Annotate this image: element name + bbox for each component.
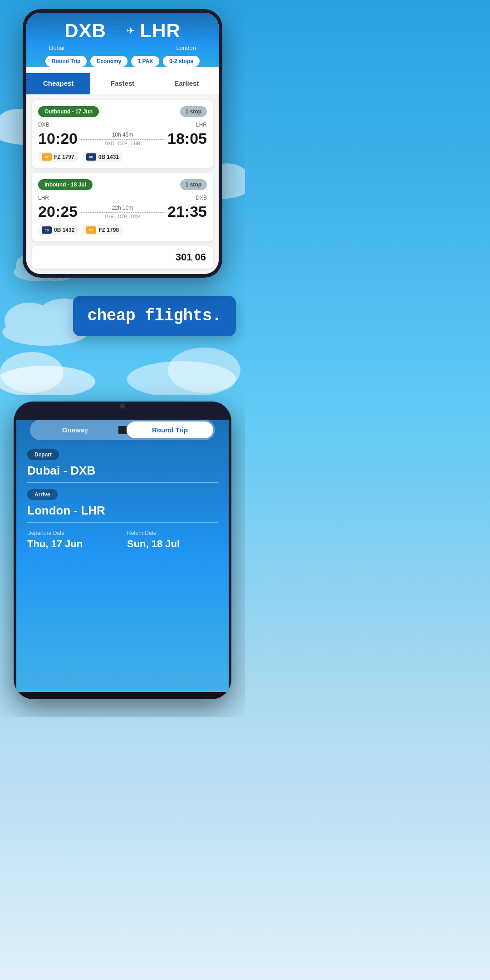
- phone-bottom-bar: [14, 692, 231, 699]
- depart-value: Dubai - DXB: [27, 464, 218, 483]
- oneway-option[interactable]: Oneway: [32, 421, 118, 438]
- inbound-airline-2: FZ FZ 1798: [83, 225, 122, 235]
- search-filters: Round Trip Economy 1 PAX 0-2 stops: [35, 56, 210, 67]
- phone-2: Oneway Round Trip Depart Dubai - DXB: [14, 402, 231, 699]
- tab-earliest[interactable]: Earliest: [155, 73, 219, 94]
- flight-path-line: [81, 139, 164, 140]
- promo-section: cheap flights.: [0, 278, 245, 354]
- outbound-depart-time: 10:20: [38, 130, 78, 147]
- outbound-arrive-time: 18:05: [167, 130, 207, 147]
- outbound-route-path: DXB - OTP - LHR: [105, 141, 141, 146]
- inbound-path-line: [81, 212, 164, 213]
- origin-name: Dubai: [49, 44, 64, 51]
- tab-cheapest[interactable]: Cheapest: [26, 73, 90, 94]
- outbound-duration-display: 10h 45m DXB - OTP - LHR: [81, 132, 164, 146]
- toggle-indicator: [118, 421, 127, 438]
- inbound-duration-display: 22h 10m LHR - OTP - DXB: [81, 205, 164, 219]
- outbound-flight-card[interactable]: Outbound - 17 Jun 1 stop DXB LHR 10:20 1…: [32, 100, 213, 168]
- inbound-airlines: 0B 0B 1432 FZ FZ 1798: [38, 225, 207, 235]
- inbound-times: 20:25 22h 10m LHR - OTP - DXB 21:35: [38, 203, 207, 220]
- destination-name: London: [176, 44, 196, 51]
- phone-2-container: Oneway Round Trip Depart Dubai - DXB: [0, 402, 245, 699]
- blueair-logo-2: 0B: [42, 226, 52, 234]
- outbound-flight-1-code: FZ 1797: [54, 154, 74, 160]
- inbound-flight-2-code: FZ 1798: [98, 227, 119, 233]
- inbound-flight-1-code: 0B 1432: [54, 227, 74, 233]
- outbound-airports: DXB LHR: [38, 122, 207, 128]
- price-preview-row: 301 06: [32, 246, 213, 269]
- return-date-field[interactable]: Return Date Sun, 18 Jul: [127, 530, 218, 550]
- flight-direction-icon: - - - ✈: [112, 25, 135, 37]
- pax-tag[interactable]: 1 PAX: [131, 56, 159, 67]
- flydubai-logo-2: FZ: [86, 226, 96, 234]
- trip-type-section: Oneway Round Trip: [16, 420, 229, 440]
- roundtrip-option[interactable]: Round Trip: [127, 421, 213, 438]
- outbound-stops: 1 stop: [180, 106, 207, 117]
- outbound-destination: LHR: [196, 122, 207, 128]
- route-display: DXB - - - ✈ LHR: [35, 20, 210, 42]
- depart-label: Depart: [27, 449, 59, 460]
- inbound-stops: 1 stop: [180, 179, 207, 190]
- inbound-destination: DXB: [196, 195, 207, 201]
- flight-search-header: DXB - - - ✈ LHR Dubai London Round: [26, 13, 219, 67]
- inbound-depart-time: 20:25: [38, 203, 78, 220]
- tab-fastest[interactable]: Fastest: [90, 73, 154, 94]
- depart-field[interactable]: Depart Dubai - DXB: [27, 449, 218, 483]
- cabin-class-tag[interactable]: Economy: [90, 56, 127, 67]
- trip-type-toggle[interactable]: Oneway Round Trip: [30, 420, 215, 440]
- outbound-badge: Outbound - 17 Jun: [38, 106, 99, 117]
- toggle-dot: [118, 426, 127, 434]
- inbound-route-path: LHR - OTP - DXB: [105, 214, 141, 219]
- cheap-flights-tagline: cheap flights.: [88, 307, 221, 325]
- outbound-airlines: FZ FZ 1797 0B 0B 1431: [38, 152, 207, 162]
- return-date-value: Sun, 18 Jul: [127, 538, 218, 550]
- phone-1-container: DXB - - - ✈ LHR Dubai London Round: [0, 0, 245, 278]
- svg-point-13: [0, 352, 64, 393]
- inbound-duration: 22h 10m: [112, 205, 133, 211]
- arrive-field[interactable]: Arrive London - LHR: [27, 489, 218, 523]
- inbound-airports: LHR DXB: [38, 195, 207, 201]
- sort-tabs: Cheapest Fastest Earliest: [26, 73, 219, 94]
- notch-camera: [120, 403, 125, 409]
- flydubai-logo: FZ: [42, 153, 52, 161]
- phone-1-screen: DXB - - - ✈ LHR Dubai London Round: [26, 13, 219, 274]
- inbound-badge: Inbound - 18 Jul: [38, 179, 93, 190]
- phone-notch: [14, 402, 231, 411]
- svg-point-15: [168, 348, 240, 393]
- trip-type-tag[interactable]: Round Trip: [45, 56, 87, 67]
- inbound-arrive-time: 21:35: [167, 203, 207, 220]
- phone-2-screen: Oneway Round Trip Depart Dubai - DXB: [16, 420, 229, 692]
- arrive-label: Arrive: [27, 489, 58, 500]
- departure-date-label: Departure Date: [27, 530, 118, 536]
- outbound-airline-2: 0B 0B 1431: [83, 152, 122, 162]
- dates-section: Departure Date Thu, 17 Jun Return Date S…: [27, 530, 218, 550]
- flights-results: Outbound - 17 Jun 1 stop DXB LHR 10:20 1…: [26, 94, 219, 274]
- inbound-header: Inbound - 18 Jul 1 stop: [38, 179, 207, 190]
- outbound-airline-1: FZ FZ 1797: [38, 152, 78, 162]
- cheap-flights-box: cheap flights.: [73, 296, 236, 336]
- destination-code: LHR: [140, 20, 181, 42]
- flight-search-form: Depart Dubai - DXB Arrive London - LHR D…: [16, 449, 229, 550]
- outbound-origin: DXB: [38, 122, 49, 128]
- blueair-logo: 0B: [86, 153, 96, 161]
- outbound-flight-2-code: 0B 1431: [98, 154, 119, 160]
- price-value: 301 06: [176, 251, 206, 263]
- airport-names-row: Dubai London: [35, 44, 210, 56]
- outbound-times: 10:20 10h 45m DXB - OTP - LHR 18:05: [38, 130, 207, 147]
- return-date-label: Return Date: [127, 530, 218, 536]
- departure-date-field[interactable]: Departure Date Thu, 17 Jun: [27, 530, 118, 550]
- arrive-value: London - LHR: [27, 504, 218, 523]
- departure-date-value: Thu, 17 Jun: [27, 538, 118, 550]
- outbound-duration: 10h 45m: [112, 132, 133, 138]
- inbound-origin: LHR: [38, 195, 49, 201]
- outbound-header: Outbound - 17 Jun 1 stop: [38, 106, 207, 117]
- stops-tag[interactable]: 0-2 stops: [163, 56, 200, 67]
- phone-1: DXB - - - ✈ LHR Dubai London Round: [23, 9, 222, 278]
- inbound-flight-card[interactable]: Inbound - 18 Jul 1 stop LHR DXB 20:25 22…: [32, 173, 213, 241]
- inbound-airline-1: 0B 0B 1432: [38, 225, 78, 235]
- origin-code: DXB: [64, 20, 106, 42]
